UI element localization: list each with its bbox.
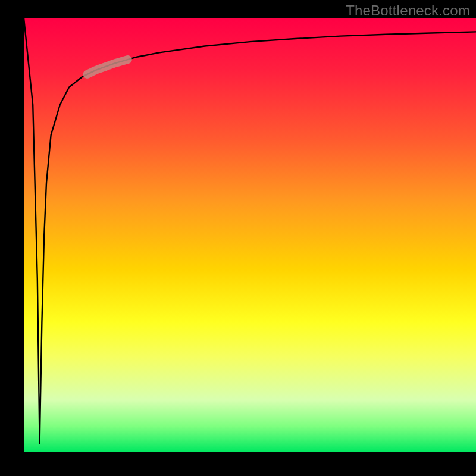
- curve-highlight-segment: [24, 18, 476, 452]
- plot-area: [24, 18, 476, 452]
- chart-container: TheBottleneck.com: [0, 0, 476, 476]
- watermark-text: TheBottleneck.com: [346, 2, 470, 19]
